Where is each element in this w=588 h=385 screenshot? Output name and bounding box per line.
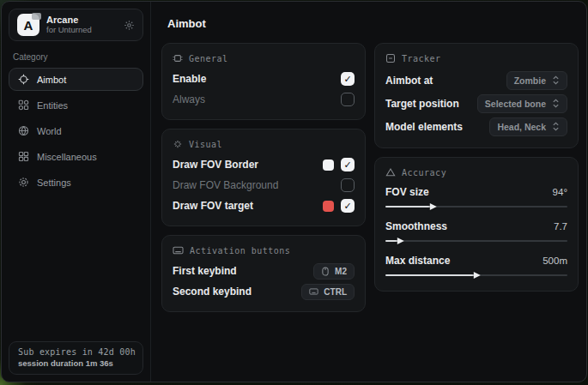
accuracy-card: Accuracy FOV size 94° Smoothness [374, 157, 579, 292]
toggle-label: Draw FOV Background [173, 179, 278, 191]
sidebar-item-label: World [37, 126, 62, 136]
slider-row-smoothness: Smoothness 7.7 [385, 217, 567, 245]
keybind-row-second: Second keybind CTRL [173, 281, 355, 302]
visual-card: Visual Draw FOV Border ✓ Draw FOV Backgr… [161, 129, 366, 226]
sidebar-nav: Aimbot Entities World [9, 68, 143, 194]
crosshair-icon [18, 74, 29, 85]
model-elements-select[interactable]: Head, Neck [489, 117, 567, 136]
toggle-row-fov-target: Draw FOV target ✓ [173, 196, 355, 216]
smoothness-slider[interactable] [385, 237, 567, 245]
chevron-up-down-icon [552, 99, 560, 108]
grid-icon [18, 151, 29, 162]
keybind-row-first: First keybind M2 [173, 261, 355, 281]
select-row-target-position: Target position Selected bone [385, 92, 567, 115]
logo-letter: A [24, 18, 33, 33]
keyboard-icon [173, 245, 184, 256]
slider-value: 7.7 [554, 221, 567, 232]
slider-thumb[interactable] [430, 203, 437, 210]
slider-thumb[interactable] [474, 272, 481, 279]
slider-value: 500m [543, 256, 567, 266]
page-title: Aimbot [167, 17, 579, 30]
fov-target-checkbox[interactable]: ✓ [341, 199, 355, 213]
slider-thumb[interactable] [397, 238, 404, 244]
fov-size-slider[interactable] [385, 202, 567, 211]
gear-icon[interactable] [124, 20, 135, 31]
fov-border-checkbox[interactable]: ✓ [341, 158, 355, 171]
app-title: Arcane [46, 15, 92, 26]
second-keybind-button[interactable]: CTRL [301, 284, 355, 300]
slider-label: Smoothness [385, 220, 447, 232]
chevron-up-down-icon [552, 122, 560, 131]
slider-row-max-distance: Max distance 500m [385, 251, 567, 280]
sidebar-item-label: Aimbot [37, 75, 66, 85]
toggle-row-fov-background: Draw FOV Background [173, 175, 355, 196]
aimbot-at-select[interactable]: Zombie [506, 71, 567, 90]
sidebar-item-label: Miscellaneous [37, 152, 97, 162]
logo-text: Arcane for Unturned [46, 15, 92, 35]
sidebar-item-world[interactable]: World [9, 119, 143, 142]
tracker-icon [385, 53, 396, 63]
general-icon [173, 53, 183, 63]
always-checkbox[interactable] [341, 93, 355, 106]
first-keybind-button[interactable]: M2 [313, 263, 355, 280]
app-window: A Arcane for Unturned Category [1, 1, 587, 382]
tracker-card: Tracker Aimbot at Zombie [374, 43, 579, 148]
toggle-row-always: Always [173, 89, 355, 110]
enable-checkbox[interactable]: ✓ [341, 72, 355, 86]
toggle-label: Enable [173, 73, 206, 85]
select-label: Model elements [385, 121, 463, 133]
category-label: Category [13, 52, 139, 62]
toggle-row-enable: Enable ✓ [173, 69, 355, 89]
keybind-label: Second keybind [173, 286, 252, 298]
toggle-row-fov-border: Draw FOV Border ✓ [173, 154, 355, 175]
shapes-icon [18, 99, 29, 111]
activation-card: Activation buttons First keybind M2 [161, 235, 366, 312]
general-section-title: General [173, 53, 355, 63]
sidebar-item-miscellaneous[interactable]: Miscellaneous [9, 145, 143, 168]
visual-section-title: Visual [173, 139, 355, 149]
color-swatch-red[interactable] [323, 201, 334, 212]
slider-label: FOV size [385, 186, 429, 198]
select-row-aimbot-at: Aimbot at Zombie [385, 69, 567, 92]
session-duration-text: session duration 1m 36s [18, 358, 134, 368]
target-position-select[interactable]: Selected bone [477, 94, 567, 113]
toggle-label: Draw FOV target [173, 200, 253, 212]
left-column: General Enable ✓ Always [161, 43, 366, 312]
sidebar-item-settings[interactable]: Settings [9, 171, 143, 194]
right-column: Tracker Aimbot at Zombie [374, 43, 579, 292]
accuracy-section-title: Accuracy [385, 167, 567, 177]
app-logo: A [17, 14, 39, 36]
toggle-label: Always [173, 93, 205, 105]
app-subtitle: for Unturned [46, 26, 92, 35]
general-card: General Enable ✓ Always [161, 43, 366, 120]
logo-card: A Arcane for Unturned [9, 9, 143, 41]
sub-expiry-text: Sub expires in 42d 00h [18, 347, 134, 357]
select-label: Target position [385, 98, 459, 110]
activation-section-title: Activation buttons [173, 245, 355, 256]
globe-icon [18, 125, 29, 136]
sidebar-item-entities[interactable]: Entities [9, 93, 143, 117]
tracker-section-title: Tracker [385, 53, 567, 63]
slider-row-fov-size: FOV size 94° [385, 183, 567, 211]
sidebar: A Arcane for Unturned Category [2, 2, 151, 382]
sidebar-item-label: Settings [37, 177, 71, 188]
sidebar-item-label: Entities [37, 100, 68, 111]
keybind-label: First keybind [173, 265, 237, 277]
sparkle-icon [173, 139, 183, 149]
fov-background-checkbox[interactable] [341, 178, 355, 192]
subscription-card: Sub expires in 42d 00h session duration … [9, 341, 143, 375]
keyboard-icon [309, 287, 318, 296]
main-content: Aimbot General Enable [151, 2, 587, 382]
gear-icon [18, 177, 29, 188]
logo-badge [32, 13, 41, 20]
slider-value: 94° [553, 187, 567, 197]
toggle-label: Draw FOV Border [173, 159, 258, 171]
select-row-model-elements: Model elements Head, Neck [385, 115, 567, 138]
mouse-icon [321, 267, 330, 276]
color-swatch-white[interactable] [323, 159, 334, 171]
slider-label: Max distance [385, 255, 450, 267]
triangle-icon [385, 167, 396, 177]
sidebar-item-aimbot[interactable]: Aimbot [9, 68, 143, 91]
max-distance-slider[interactable] [385, 271, 567, 280]
chevron-up-down-icon [552, 75, 560, 85]
